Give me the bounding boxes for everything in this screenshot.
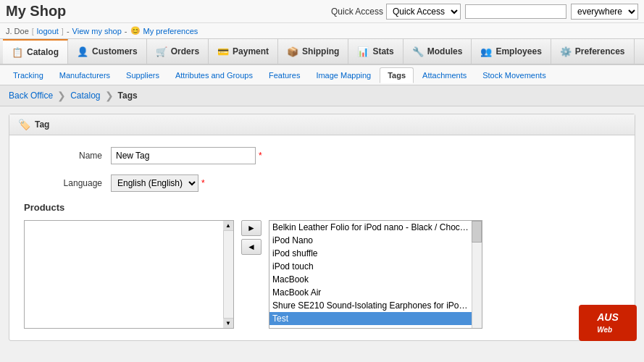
language-row: Language English (English) *: [24, 174, 620, 192]
scrollbar-thumb: [472, 221, 482, 243]
panel-body: Name * Language English (English) * Prod…: [9, 135, 635, 340]
orders-nav-label: Orders: [171, 46, 199, 56]
employees-nav-icon: 👥: [480, 46, 492, 57]
sub-nav-item-image-mapping[interactable]: Image Mapping: [309, 68, 378, 83]
language-required: *: [201, 178, 205, 188]
top-bar: My Shop Quick Access Quick Access everyw…: [0, 0, 644, 23]
list-item[interactable]: Belkin Leather Folio for iPod nano - Bla…: [269, 221, 472, 234]
shipping-nav-label: Shipping: [302, 46, 339, 56]
sub-nav-item-tracking[interactable]: Tracking: [6, 68, 51, 83]
logout-link[interactable]: logout: [37, 27, 59, 35]
shop-title: My Shop: [6, 3, 66, 20]
nav-item-shipping[interactable]: 📦Shipping: [278, 39, 348, 64]
right-product-list[interactable]: Belkin Leather Folio for iPod nano - Bla…: [269, 221, 472, 328]
list-item[interactable]: iPod shuffle: [269, 247, 472, 260]
name-row: Name *: [24, 147, 620, 164]
preferences-nav-icon: ⚙️: [560, 46, 572, 57]
scroll-up-icon[interactable]: ▲: [223, 221, 233, 231]
tag-panel: 🏷️ Tag Name * Language English (English)…: [9, 114, 635, 341]
left-scrollbar: ▲ ▼: [223, 221, 233, 328]
breadcrumb-arrow: ❯: [57, 90, 66, 101]
catalog-nav-label: Catalog: [27, 47, 59, 57]
stats-nav-label: Stats: [372, 46, 393, 56]
list-item[interactable]: iPod Nano: [269, 234, 472, 247]
username: J. Doe: [6, 27, 29, 35]
nav-item-preferences[interactable]: ⚙️Preferences: [551, 39, 635, 64]
logo-text: AUSWeb: [597, 311, 619, 334]
nav-item-catalog[interactable]: 📋Catalog: [3, 39, 68, 64]
sub-nav-item-attributes-and-groups[interactable]: Attributes and Groups: [168, 68, 260, 83]
nav-item-payment[interactable]: 💳Payment: [209, 39, 278, 64]
add-product-button[interactable]: ►: [241, 220, 262, 236]
products-title: Products: [24, 202, 620, 213]
breadcrumb-item-tags: Tags: [118, 90, 138, 101]
list-item[interactable]: Shure SE210 Sound-Isolating Earphones fo…: [269, 299, 472, 312]
sub-nav-item-features[interactable]: Features: [262, 68, 307, 83]
nav-item-orders[interactable]: 🛒Orders: [147, 39, 209, 64]
preferences-nav-label: Preferences: [575, 46, 625, 56]
breadcrumb-arrow: ❯: [105, 90, 114, 101]
list-item[interactable]: MacBook Air: [269, 286, 472, 299]
list-item[interactable]: MacBook: [269, 273, 472, 286]
right-listbox-wrap: Belkin Leather Folio for iPod nano - Bla…: [269, 220, 482, 329]
sub-nav-item-tags[interactable]: Tags: [380, 67, 414, 83]
nav-item-customers[interactable]: 👤Customers: [68, 39, 147, 64]
content-area: 🏷️ Tag Name * Language English (English)…: [0, 106, 644, 348]
customers-nav-icon: 👤: [77, 46, 88, 57]
payment-nav-icon: 💳: [217, 46, 229, 57]
language-select[interactable]: English (English): [111, 174, 198, 192]
my-preferences-link[interactable]: My preferences: [143, 27, 198, 35]
panel-title: Tag: [35, 119, 49, 130]
main-nav: 📋Catalog👤Customers🛒Orders💳Payment📦Shippi…: [0, 39, 644, 65]
quick-access-select[interactable]: Quick Access: [386, 4, 461, 20]
catalog-nav-icon: 📋: [12, 47, 23, 58]
scroll-down-icon[interactable]: ▼: [223, 318, 233, 328]
remove-product-button[interactable]: ◄: [241, 239, 262, 255]
breadcrumb-item-catalog[interactable]: Catalog: [70, 90, 100, 101]
stats-nav-icon: 📊: [357, 46, 369, 57]
sub-nav-item-suppliers[interactable]: Suppliers: [119, 68, 167, 83]
modules-nav-icon: 🔧: [412, 46, 424, 57]
top-bar-right: Quick Access Quick Access everywhere: [331, 4, 638, 20]
nav-item-stats[interactable]: 📊Stats: [348, 39, 403, 64]
everywhere-select[interactable]: everywhere: [571, 4, 638, 20]
left-listbox-wrap: ▲ ▼: [24, 220, 234, 329]
quick-access-wrap: Quick Access Quick Access: [331, 4, 461, 20]
modules-nav-label: Modules: [427, 46, 463, 56]
arrow-controls: ► ◄: [241, 220, 262, 255]
ausweb-logo: AUSWeb: [579, 305, 637, 341]
nav-item-modules[interactable]: 🔧Modules: [403, 39, 472, 64]
name-label: Name: [24, 151, 111, 161]
right-scrollbar: [472, 221, 482, 328]
customers-nav-label: Customers: [92, 46, 138, 56]
products-layout: ▲ ▼ ► ◄ Belkin Leather Folio for iPod na…: [24, 220, 620, 329]
list-item[interactable]: Test: [269, 312, 472, 325]
sub-nav: TrackingManufacturersSuppliersAttributes…: [0, 65, 644, 85]
payment-nav-label: Payment: [233, 46, 269, 56]
name-required: *: [259, 151, 262, 161]
list-item[interactable]: iPod touch: [269, 260, 472, 273]
sub-nav-item-attachments[interactable]: Attachments: [415, 68, 474, 83]
shipping-nav-icon: 📦: [287, 46, 298, 57]
language-label: Language: [24, 178, 111, 188]
breadcrumb-item-back-office[interactable]: Back Office: [9, 90, 53, 101]
user-bar: J. Doe [ logout ] - View my shop - 😊 My …: [0, 23, 644, 39]
quick-access-label: Quick Access: [331, 7, 383, 17]
breadcrumb: Back Office❯Catalog❯Tags: [0, 85, 644, 106]
nav-item-employees[interactable]: 👥Employees: [472, 39, 551, 64]
search-input[interactable]: [465, 4, 566, 19]
nav-item-tools[interactable]: 🔨Tools: [635, 39, 644, 64]
tag-icon: 🏷️: [18, 119, 30, 130]
orders-nav-icon: 🛒: [156, 46, 167, 57]
left-product-list[interactable]: [25, 221, 223, 328]
list-item[interactable]: Test: [269, 325, 472, 328]
name-input[interactable]: [111, 147, 256, 164]
sub-nav-item-stock-movements[interactable]: Stock Movements: [475, 68, 553, 83]
panel-header: 🏷️ Tag: [9, 114, 635, 135]
view-shop-link[interactable]: View my shop: [72, 27, 122, 35]
sub-nav-item-manufacturers[interactable]: Manufacturers: [52, 68, 117, 83]
employees-nav-label: Employees: [495, 46, 541, 56]
